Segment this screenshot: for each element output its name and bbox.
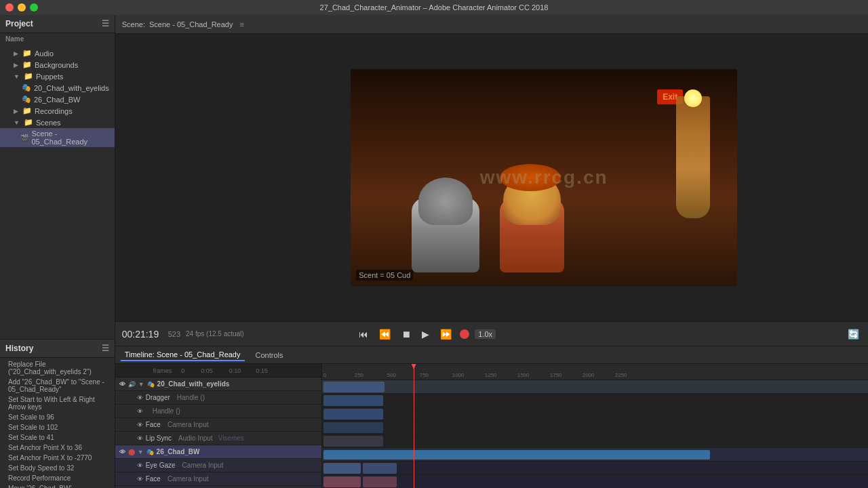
ruler-2000: 2000 [583, 372, 595, 378]
tree-item-puppet-1[interactable]: 🎭 20_Chad_with_eyelids [0, 82, 115, 94]
tree-item-puppet-2[interactable]: 🎭 26_Chad_BW [0, 94, 115, 105]
folder-icon: 📁 [22, 106, 32, 115]
tl-track-parent-1: 👁 🔊 ▼ 🎭 20_Chad_with_eyelids [115, 378, 321, 391]
tl-clip[interactable] [323, 395, 383, 406]
tree-item-audio[interactable]: ▶ 📁 Audio [0, 47, 115, 59]
expand-arrow: ▼ [14, 119, 20, 126]
scene-bar: Scene: Scene - 05_Chad_Ready ≡ [115, 15, 868, 34]
tl-clip-row-eyegaze [322, 462, 868, 475]
tl-clip[interactable] [323, 463, 361, 474]
history-panel: History ☰ Replace File ("20_Chad_with_ey… [0, 339, 115, 488]
history-item[interactable]: Set Scale to 102 [0, 422, 115, 432]
timeline-header: Timeline: Scene - 05_Chad_Ready Controls… [115, 346, 868, 364]
tree-item-scenes[interactable]: ▼ 📁 Scenes [0, 117, 115, 128]
history-item[interactable]: Set Start to With Left & Right Arrow key… [0, 394, 115, 412]
tl-subtrack-dragger2: 👁 Handle () [115, 405, 321, 418]
collapse-btn[interactable]: ▼ [138, 449, 144, 455]
visibility-btn[interactable]: 👁 [119, 449, 125, 455]
history-item[interactable]: Set Scale to 41 [0, 432, 115, 443]
folder-icon: 📁 [22, 49, 32, 58]
tree-label: Audio [35, 49, 54, 58]
tl-clip[interactable] [323, 436, 383, 447]
loop-button[interactable]: 🔄 [845, 327, 862, 341]
tl-clip-main[interactable] [323, 450, 710, 460]
folder-icon: 📁 [24, 118, 33, 127]
frame-number: 523 [168, 330, 180, 338]
visibility-btn[interactable]: 👁 [119, 381, 125, 388]
tree-label: 20_Chad_with_eyelids [34, 84, 109, 92]
timeline-ruler: 0 250 500 750 1000 1250 1500 1750 2000 2… [322, 364, 868, 380]
tree-item-recordings[interactable]: ▶ 📁 Recordings [0, 105, 115, 117]
char-color [500, 198, 564, 272]
tree-label: Scenes [36, 119, 61, 127]
history-item[interactable]: Add "26_Chad_BW" to "Scene - 05_Chad_Rea… [0, 377, 115, 394]
puppet-icon: 🎭 [22, 83, 31, 92]
main-layout: Project ☰ Name ▶ 📁 Audio ▶ 📁 Backgrounds… [0, 15, 868, 488]
tl-subtrack-dragger: 👁 Dragger Handle () [115, 391, 321, 405]
play-button[interactable]: ▶ [419, 327, 432, 341]
tl-clip[interactable] [363, 463, 397, 474]
visibility-btn[interactable]: 👁 [137, 435, 143, 442]
history-item[interactable]: Set Body Speed to 32 [0, 463, 115, 473]
tree-label: Backgrounds [35, 61, 78, 69]
stop-button[interactable]: ⏹ [399, 327, 414, 341]
history-item[interactable]: Record Performance [0, 473, 115, 483]
skip-back-button[interactable]: ⏮ [356, 327, 371, 341]
visibility-btn[interactable]: 👁 [137, 476, 143, 483]
record-button[interactable] [460, 329, 469, 339]
scene-name: Scene - 05_Chad_Ready [149, 20, 233, 28]
ruler-0: 0 [323, 372, 326, 378]
tab-timeline[interactable]: Timeline: Scene - 05_Chad_Ready [121, 349, 245, 361]
tl-clip-row-parent1 [322, 380, 868, 394]
ruler-time: 0:15 [256, 367, 268, 374]
tree-label: Puppets [36, 73, 63, 81]
tl-clip[interactable] [323, 409, 383, 420]
tl-clip-row-face1 [322, 421, 868, 434]
visibility-btn[interactable]: 👁 [137, 394, 143, 401]
rewind-button[interactable]: ⏪ [376, 327, 393, 341]
timeline-area: Timeline: Scene - 05_Chad_Ready Controls… [115, 346, 868, 488]
folder-icon: 📁 [24, 72, 33, 81]
visibility-btn[interactable]: 👁 [137, 408, 143, 415]
timeline-tracks: 0 250 500 750 1000 1250 1500 1750 2000 2… [322, 364, 868, 488]
speed-control[interactable]: 1.0x [475, 329, 496, 339]
playback-bar: 00:21:19 523 24 fps (12.5 actual) ⏮ ⏪ ⏹ … [115, 321, 868, 346]
maximize-button[interactable] [30, 3, 38, 12]
tl-subtrack-face: 👁 Face Camera Input [115, 418, 321, 432]
tree-item-scene-selected[interactable]: 🎬 Scene - 05_Chad_Ready [0, 128, 115, 147]
visibility-btn[interactable]: 👁 [137, 422, 143, 428]
history-item[interactable]: Set Anchor Point X to -2770 [0, 453, 115, 463]
tab-controls[interactable]: Controls [252, 350, 288, 361]
tree-item-puppets[interactable]: ▼ 📁 Puppets [0, 70, 115, 82]
audio-btn[interactable]: 🔊 [128, 381, 136, 388]
tl-track-label: 26_Chad_BW [157, 448, 200, 455]
titlebar: 27_Chad_Character_Animator – Adobe Chara… [0, 0, 868, 15]
close-button[interactable] [5, 3, 14, 12]
tl-behavior-input: Handle () [153, 407, 180, 415]
tl-clip[interactable] [363, 476, 397, 487]
project-menu-icon[interactable]: ☰ [102, 19, 109, 28]
tree-label: 26_Chad_BW [34, 96, 81, 104]
scene-menu-icon[interactable]: ≡ [239, 20, 243, 28]
tl-clip[interactable] [323, 476, 361, 487]
history-item[interactable]: Set Anchor Point X to 36 [0, 443, 115, 453]
ruler-750: 750 [420, 372, 429, 378]
forward-button[interactable]: ⏩ [437, 327, 454, 341]
minimize-button[interactable] [18, 3, 26, 12]
history-item[interactable]: Replace File ("20_Chad_with_eyelids 2") [0, 359, 115, 377]
project-tree: ▶ 📁 Audio ▶ 📁 Backgrounds ▼ 📁 Puppets 🎭 … [0, 45, 115, 339]
puppet-icon: 🎭 [22, 95, 31, 104]
scene-icon: 🎬 [20, 134, 28, 142]
tree-item-backgrounds[interactable]: ▶ 📁 Backgrounds [0, 59, 115, 70]
window-controls[interactable] [5, 3, 38, 12]
history-item[interactable]: Move '26_Chad_BW' [0, 483, 115, 488]
visibility-btn[interactable]: 👁 [137, 462, 143, 469]
name-column-header: Name [0, 33, 115, 45]
history-item[interactable]: Set Scale to 96 [0, 412, 115, 422]
record-dot: ⬤ [128, 449, 135, 455]
tl-clip[interactable] [323, 422, 383, 433]
tree-label: Scene - 05_Chad_Ready [31, 129, 108, 146]
history-menu-icon[interactable]: ☰ [102, 344, 109, 353]
collapse-btn[interactable]: ▼ [138, 381, 144, 388]
history-list: Replace File ("20_Chad_with_eyelids 2") … [0, 358, 115, 488]
